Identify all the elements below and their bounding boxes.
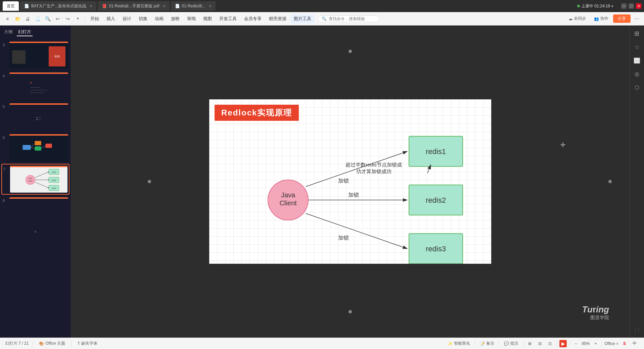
live-dropdown-icon[interactable]: ▾ <box>611 4 613 8</box>
comments-button[interactable]: 💬 批注 <box>502 340 520 347</box>
sidebar-tab-outline[interactable]: 大纲 <box>3 28 14 36</box>
bottom-bar-left: 幻灯片 7 / 21 🎨 Office 主题 T 缺失字体 <box>5 340 440 347</box>
menu-animate[interactable]: 动画 <box>151 14 167 23</box>
bottom-divider-2 <box>71 341 72 347</box>
svg-text:redis1: redis1 <box>426 147 446 156</box>
close-button[interactable]: ✕ <box>636 3 641 9</box>
slide-thumb-8[interactable]: 8 <box>1 196 70 226</box>
slide-thumb-3[interactable]: 3 凤鸣 <box>1 40 70 70</box>
menu-shell[interactable]: 稻壳资源 <box>266 14 290 23</box>
turing-logo: Turing 图灵学院 <box>582 304 609 321</box>
bottom-divider-6 <box>556 341 557 347</box>
svg-text:redis3: redis3 <box>52 187 56 189</box>
slide-orange-bar-7 <box>10 166 67 167</box>
tab-redis-hold-label: 01-Redis持... <box>182 3 205 9</box>
menu-view[interactable]: 视图 <box>200 14 215 23</box>
zoom-out-button[interactable]: − <box>572 341 579 347</box>
rp-layout-icon[interactable]: ⊞ <box>632 28 642 39</box>
missing-font-button[interactable]: T 缺失字体 <box>76 340 99 347</box>
file-icon[interactable]: 📁 <box>13 14 22 23</box>
slide-num-5: 5 <box>3 103 7 109</box>
svg-text:加锁: 加锁 <box>338 178 349 184</box>
handle-bottom[interactable] <box>349 310 352 313</box>
search-box[interactable]: 🔍 <box>318 15 379 22</box>
handle-left[interactable] <box>148 180 151 183</box>
rp-circle-icon[interactable]: ◎ <box>632 68 642 79</box>
collab-button[interactable]: 👥 协作 <box>591 14 612 23</box>
slide-num-7: 7 <box>3 166 8 171</box>
notes-button[interactable]: 📝 备注 <box>478 340 496 347</box>
menu-review[interactable]: 审阅 <box>184 14 199 23</box>
tab-redis-hold-close[interactable]: ✕ <box>209 4 212 8</box>
rp-shape-icon[interactable]: ⬡ <box>632 82 642 93</box>
slide-thumb-6[interactable]: 6 <box>1 133 70 162</box>
redo-icon[interactable]: ↪ <box>63 14 73 23</box>
zoom-in-button[interactable]: + <box>593 341 599 347</box>
bottom-divider-8 <box>602 341 602 347</box>
menu-switch[interactable]: 切换 <box>135 14 151 23</box>
svg-line-16 <box>35 172 49 178</box>
menu-insert[interactable]: 插入 <box>103 14 119 23</box>
more-icon[interactable]: ⋯ <box>632 14 641 23</box>
view-list-button[interactable]: ⊟ <box>536 341 544 347</box>
lang-toggle-button[interactable]: 中 <box>631 340 639 347</box>
comments-icon: 💬 <box>504 341 509 346</box>
sidebar: 大纲 幻灯片 3 凤鸣 4 ■ —————— —————————— <box>0 26 71 338</box>
slide-count: 幻灯片 7 / 21 <box>5 341 29 346</box>
print2-icon[interactable]: 📃 <box>33 14 42 23</box>
smart-beautify-button[interactable]: ✨ 智能美化 <box>446 340 472 347</box>
rp-box-icon[interactable]: ⬜ <box>632 55 642 66</box>
collab-label: 协作 <box>600 16 608 21</box>
menu-start[interactable]: 开始 <box>87 14 102 23</box>
tab-redis-pdf[interactable]: 📕 01-Redis命...手册完整版.pdf ✕ <box>98 1 169 11</box>
tab-home-label: 首页 <box>7 3 15 9</box>
play-button[interactable]: ▶ <box>559 340 567 347</box>
add-slide-icon: + <box>34 230 37 234</box>
theme-label: Office 主题 <box>45 341 65 346</box>
minimize-button[interactable]: ─ <box>621 3 627 9</box>
missing-font-label: 缺失字体 <box>81 341 97 346</box>
share-button[interactable]: 分享 <box>613 14 631 23</box>
handle-right[interactable] <box>608 180 612 183</box>
tab-bat-close[interactable]: ✕ <box>90 4 92 8</box>
menu-vip[interactable]: 会员专享 <box>241 14 265 23</box>
menu-dev[interactable]: 开发工具 <box>216 14 240 23</box>
right-panel: ⊞ ☆ ⬜ ◎ ⬡ ⋮⋮ <box>629 26 644 338</box>
menu-bar: ≡ 📁 🖨 📃 🔍 ↩ ↪ ▾ 开始 插入 设计 切换 动画 放映 审阅 视图 … <box>0 12 644 26</box>
tab-redis-hold[interactable]: 📄 01-Redis持... ✕ <box>171 1 216 11</box>
dropdown-icon[interactable]: ▾ <box>73 14 83 23</box>
undo-icon[interactable]: ↩ <box>53 14 62 23</box>
maximize-button[interactable]: □ <box>629 3 634 9</box>
bottom-divider-3 <box>475 341 475 347</box>
rp-star-icon[interactable]: ☆ <box>632 42 642 52</box>
add-slide-button[interactable]: + <box>1 228 70 236</box>
slide-preview-5: ■ —— ■ —— <box>9 103 68 130</box>
sidebar-tab-slides[interactable]: 幻灯片 <box>17 28 33 36</box>
menu-design[interactable]: 设计 <box>119 14 135 23</box>
svg-line-25 <box>306 213 407 249</box>
menu-image-tools[interactable]: 图片工具 <box>290 14 315 23</box>
view-grid-button[interactable]: ⊞ <box>526 341 534 347</box>
tab-bat[interactable]: 📄 BAT大厂生产...发布布式锁实战 ✕ <box>20 1 96 11</box>
handle-top[interactable] <box>349 50 352 53</box>
slide-thumb-4[interactable]: 4 ■ —————— —————————— ———————— <box>1 71 70 101</box>
tab-home[interactable]: 首页 <box>3 1 19 11</box>
menu-hamburger-icon[interactable]: ≡ <box>3 14 12 23</box>
menu-present[interactable]: 放映 <box>168 14 183 23</box>
slide-thumb-5[interactable]: 5 ■ —— ■ —— <box>1 102 70 132</box>
slide-thumb-7[interactable]: 7 Java Client redis1 redis2 redis3 <box>1 164 70 195</box>
theme-button[interactable]: 🎨 Office 主题 <box>37 340 67 347</box>
svg-text:Client: Client <box>28 180 33 182</box>
bottom-divider-4 <box>499 341 499 347</box>
search-icon[interactable]: 🔍 <box>43 14 52 23</box>
sougou-button[interactable]: S <box>621 341 628 347</box>
search-box-icon: 🔍 <box>322 16 327 21</box>
search-input[interactable] <box>329 16 376 21</box>
view-single-button[interactable]: ⊡ <box>546 341 554 347</box>
main-layout: 大纲 幻灯片 3 凤鸣 4 ■ —————— —————————— <box>0 26 644 338</box>
tab-redis-pdf-close[interactable]: ✕ <box>163 4 166 8</box>
sync-button[interactable]: ☁ 未同步 <box>565 14 589 23</box>
rp-dots-icon[interactable]: ⋮⋮ <box>632 324 642 335</box>
live-badge[interactable]: 上课中 01:24:19 ▾ <box>574 3 616 10</box>
print-icon[interactable]: 🖨 <box>23 14 32 23</box>
